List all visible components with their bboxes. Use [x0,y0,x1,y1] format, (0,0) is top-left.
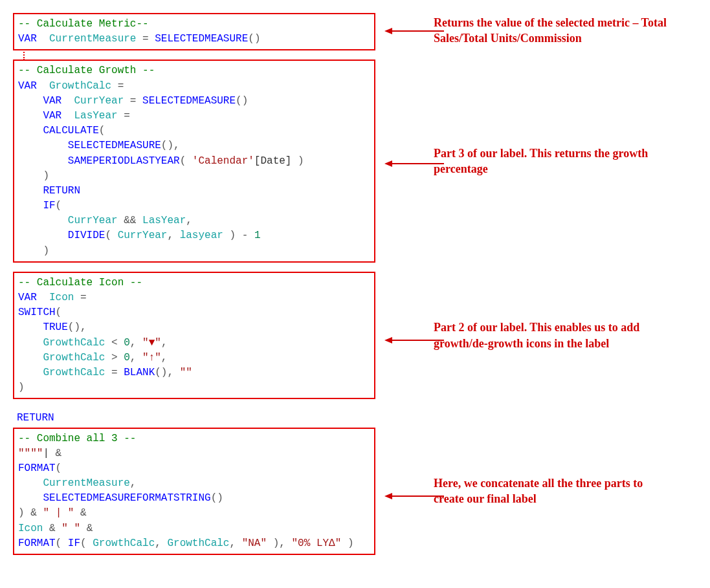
paren: ( [56,200,62,212]
str: "NA" [242,538,267,549]
fn: SELECTEDMEASURE [18,140,161,151]
kw: VAR [18,110,61,122]
paren: ) [223,230,236,241]
paren: ( [105,230,117,241]
down-triangle-icon: ▼ [149,337,155,349]
comma: , [130,477,137,489]
paren: () [68,321,80,333]
var-name: CurrYear [61,95,124,107]
op: > [105,352,124,364]
var-name: LasYear [61,110,117,122]
str: 'Calendar' [192,155,254,167]
code-block-3: -- Calculate Icon -- VAR Icon = SWITCH( … [13,272,375,400]
comma: , [167,230,179,241]
paren: ) [18,507,25,519]
var-name: Icon [37,292,74,303]
row-block-4: -- Combine all 3 -- """"| & FORMAT( Curr… [13,428,697,556]
fn: SELECTEDMEASUREFORMATSTRING [18,492,211,504]
paren: ( [180,155,192,167]
fn: BLANK [124,367,155,378]
eq: = [74,292,86,303]
var: GrowthCalc [18,337,105,349]
paren: ) [267,538,279,549]
str: """" [18,448,43,459]
comma: , [80,321,87,333]
svg-marker-5 [384,337,392,343]
amp: & [25,507,43,519]
annotation-2: Part 3 of our label. This returns the gr… [434,146,667,177]
num: 1 [254,230,261,241]
row-block-2: -- Calculate Growth -- VAR GrowthCalc = … [13,60,697,262]
fn: SELECTEDMEASURE [155,33,248,45]
paren: () [236,95,248,107]
var: GrowthCalc [18,367,105,378]
comment: -- Calculate Growth -- [18,65,155,76]
fn: CALCULATE [18,125,99,136]
col-ref: [Date] [254,155,292,167]
kw: IF [68,538,80,549]
return-line: RETURN [13,408,375,428]
comma: , [279,538,291,549]
comment: -- Combine all 3 -- [18,433,136,444]
str: "" [180,367,192,378]
kw: VAR [18,80,37,92]
annotation-3: Part 2 of our label. This enables us to … [434,320,667,351]
str: " " [61,523,80,534]
paren: () [155,367,167,378]
op: - [236,230,254,241]
comma: , [161,337,168,349]
fn: SELECTEDMEASURE [142,95,236,107]
var-name: CurrentMeasure [37,33,137,45]
paren: () [161,140,173,151]
comment: -- Calculate Icon -- [18,277,142,289]
eq: = [118,110,130,122]
cursor-icon: | [43,448,49,459]
svg-marker-1 [384,28,392,34]
kw: IF [18,200,56,212]
num: 0 [124,337,130,349]
var: CurrentMeasure [18,477,130,489]
kw: RETURN [18,185,80,197]
fn: SWITCH [18,307,56,318]
kw: VAR [18,95,61,107]
paren: ( [56,307,62,318]
comma: , [186,215,192,226]
row-block-1: -- Calculate Metric-- VAR CurrentMeasure… [13,13,697,50]
eq: = [124,95,142,107]
paren: ) [341,538,353,549]
comma: , [229,538,241,549]
comma: , [173,140,180,151]
paren: ( [56,463,62,474]
comma: , [167,367,179,378]
var: Icon [18,523,43,534]
comma: , [130,352,142,364]
str: "↑" [142,352,161,364]
eq: = [111,80,124,92]
op: = [105,367,124,378]
var: CurrYear [118,230,168,241]
var-name: GrowthCalc [37,80,111,92]
row-block-3: -- Calculate Icon -- VAR Icon = SWITCH( … [13,272,697,400]
paren: ) [18,170,49,182]
code-block-1: -- Calculate Metric-- VAR CurrentMeasure… [13,13,375,50]
kw: VAR [18,292,37,303]
amp: & [43,523,61,534]
fn: SAMEPERIODLASTYEAR [18,155,180,167]
str: " | " [43,507,74,519]
keyword-var: VAR [18,33,37,45]
code-block-2: -- Calculate Growth -- VAR GrowthCalc = … [13,60,375,262]
amp: & [80,523,93,534]
annotation-4: Here, we concatenate all the three parts… [434,475,667,507]
svg-marker-7 [384,493,392,499]
comma: , [130,337,142,349]
annotation-1: Returns the value of the selected metric… [434,15,667,47]
op: && [118,215,142,226]
paren: ) [18,382,25,393]
comma: , [161,352,168,364]
paren: () [211,492,223,504]
fn: FORMAT [18,538,56,549]
amp: & [49,448,61,459]
eq: = [136,33,155,45]
var: GrowthCalc [93,538,155,549]
kw: RETURN [17,412,54,424]
